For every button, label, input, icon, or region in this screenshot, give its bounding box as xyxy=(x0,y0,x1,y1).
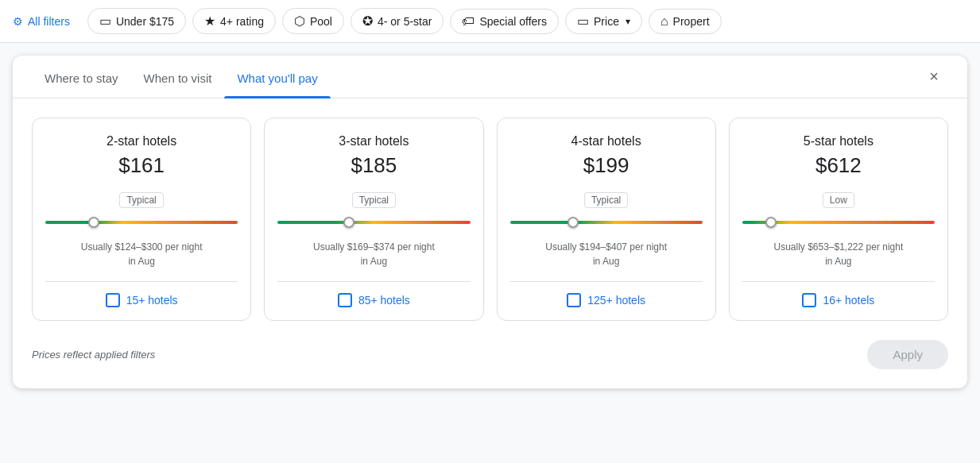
slider-label-row-5star: Low xyxy=(742,192,935,208)
hotel-card-4star: 4-star hotels $199 Typical Usually $194–… xyxy=(497,118,716,321)
slider-track-4star[interactable] xyxy=(510,214,703,230)
tab-where-to-stay[interactable]: Where to stay xyxy=(32,56,131,98)
slider-thumb-2star[interactable] xyxy=(88,217,99,228)
hotel-checkbox-5star[interactable] xyxy=(802,293,816,307)
chip-property[interactable]: ⌂ Propert xyxy=(649,9,722,34)
hotel-card-5star: 5-star hotels $612 Low Usually $653–$1,2… xyxy=(729,118,948,321)
slider-section-4star: Typical xyxy=(510,192,703,230)
card-title-4star: 4-star hotels xyxy=(571,134,641,149)
tabs-row: Where to stay When to visit What you'll … xyxy=(13,56,967,98)
hotels-count-row-3star[interactable]: 85+ hotels xyxy=(338,293,410,307)
hotels-count-label-5star: 16+ hotels xyxy=(823,294,874,307)
home-icon: ⌂ xyxy=(660,14,668,29)
chip-offers-label: Special offers xyxy=(479,15,547,28)
hotel-cards-container: 2-star hotels $161 Typical Usually $124–… xyxy=(13,98,967,334)
card-divider-4star xyxy=(510,281,703,282)
chip-star45[interactable]: ✪ 4- or 5-star xyxy=(351,8,444,34)
hotels-count-row-2star[interactable]: 15+ hotels xyxy=(106,293,178,307)
slider-label-text-3star: Typical xyxy=(352,192,396,208)
slider-label-text-5star: Low xyxy=(823,192,854,208)
chip-pool-label: Pool xyxy=(310,15,332,28)
slider-label-row-3star: Typical xyxy=(277,192,470,208)
chip-price-label: Price xyxy=(594,15,619,28)
star-icon: ★ xyxy=(204,14,215,29)
slider-label-text-4star: Typical xyxy=(584,192,628,208)
camera-icon: ▭ xyxy=(99,14,111,29)
hotels-count-row-5star[interactable]: 16+ hotels xyxy=(802,293,874,307)
price-range-4star: Usually $194–$407 per nightin Aug xyxy=(545,240,667,268)
hotel-card-2star: 2-star hotels $161 Typical Usually $124–… xyxy=(32,118,251,321)
slider-section-2star: Typical xyxy=(45,192,238,230)
hotel-card-3star: 3-star hotels $185 Typical Usually $169–… xyxy=(264,118,483,321)
slider-label-row-2star: Typical xyxy=(45,192,238,208)
price-icon: ▭ xyxy=(577,14,589,29)
hotel-checkbox-2star[interactable] xyxy=(106,293,120,307)
all-filters-chip[interactable]: ⚙ All filters xyxy=(13,10,81,33)
hotels-count-row-4star[interactable]: 125+ hotels xyxy=(567,293,645,307)
card-price-3star: $185 xyxy=(351,153,397,178)
slider-thumb-5star[interactable] xyxy=(765,217,777,228)
circle-star-icon: ✪ xyxy=(362,14,373,29)
apply-button[interactable]: Apply xyxy=(867,340,948,369)
filter-icon: ⚙ xyxy=(13,15,23,28)
slider-track-5star[interactable] xyxy=(742,214,935,230)
panel-footer: Prices reflect applied filters Apply xyxy=(13,334,967,369)
slider-label-row-4star: Typical xyxy=(510,192,703,208)
hotels-count-label-2star: 15+ hotels xyxy=(126,294,178,307)
hotels-count-label-3star: 85+ hotels xyxy=(358,294,410,307)
card-title-3star: 3-star hotels xyxy=(339,134,409,149)
chip-rating[interactable]: ★ 4+ rating xyxy=(192,8,276,34)
pool-icon: ⬡ xyxy=(294,14,305,29)
slider-section-3star: Typical xyxy=(277,192,470,230)
slider-label-text-2star: Typical xyxy=(119,192,163,208)
card-price-2star: $161 xyxy=(118,153,165,178)
filter-bar: ⚙ All filters ▭ Under $175 ★ 4+ rating ⬡… xyxy=(0,0,980,43)
hotel-checkbox-4star[interactable] xyxy=(567,293,581,307)
slider-thumb-4star[interactable] xyxy=(567,217,579,228)
card-price-4star: $199 xyxy=(583,153,629,178)
chip-property-label: Propert xyxy=(673,15,710,28)
chip-pool[interactable]: ⬡ Pool xyxy=(282,8,344,34)
slider-section-5star: Low xyxy=(742,192,935,230)
footer-note: Prices reflect applied filters xyxy=(32,349,155,361)
price-range-3star: Usually $169–$374 per nightin Aug xyxy=(313,240,435,268)
slider-track-2star[interactable] xyxy=(45,214,238,230)
slider-track-3star[interactable] xyxy=(277,214,470,230)
chip-price[interactable]: ▭ Price ▾ xyxy=(565,8,642,34)
all-filters-label: All filters xyxy=(28,15,70,28)
main-panel: Where to stay When to visit What you'll … xyxy=(13,56,967,388)
price-range-2star: Usually $124–$300 per nightin Aug xyxy=(81,240,203,268)
close-button[interactable]: × xyxy=(920,63,948,91)
price-range-5star: Usually $653–$1,222 per nightin Aug xyxy=(773,240,903,268)
tab-when-to-visit[interactable]: When to visit xyxy=(131,56,225,98)
card-title-5star: 5-star hotels xyxy=(804,134,873,149)
tab-what-youll-pay[interactable]: What you'll pay xyxy=(224,56,330,98)
hotels-count-label-4star: 125+ hotels xyxy=(587,294,645,307)
chip-under175-label: Under $175 xyxy=(116,15,174,28)
card-title-2star: 2-star hotels xyxy=(107,134,176,149)
chip-under175[interactable]: ▭ Under $175 xyxy=(87,8,186,34)
card-price-5star: $612 xyxy=(815,153,862,178)
chevron-down-icon: ▾ xyxy=(626,16,630,27)
card-divider-3star xyxy=(277,281,470,282)
slider-thumb-3star[interactable] xyxy=(343,217,354,228)
card-divider-5star xyxy=(742,281,935,282)
chip-star45-label: 4- or 5-star xyxy=(378,15,432,28)
chip-rating-label: 4+ rating xyxy=(220,15,264,28)
card-divider-2star xyxy=(45,281,238,282)
chip-offers[interactable]: 🏷 Special offers xyxy=(450,9,559,34)
hotel-checkbox-3star[interactable] xyxy=(338,293,352,307)
tag-icon: 🏷 xyxy=(462,14,475,29)
